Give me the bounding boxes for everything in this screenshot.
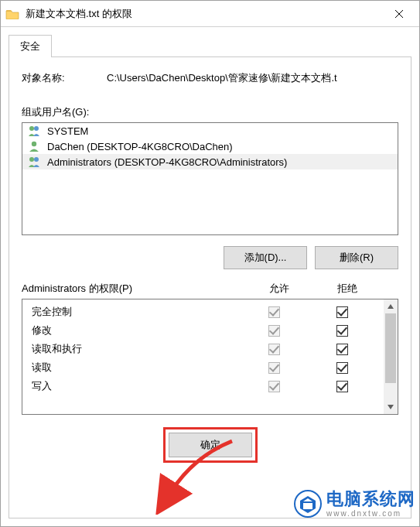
scrollbar[interactable]: [384, 299, 398, 414]
group-icon: [27, 156, 43, 168]
permissions-region: Administrators 的权限(P) 允许 拒绝 完全控制修改读取和执行读…: [22, 279, 398, 415]
list-item-label: DaChen (DESKTOP-4KG8CRO\DaChen): [47, 141, 233, 152]
permission-name: 读取: [32, 361, 240, 375]
scroll-track[interactable]: [384, 313, 398, 400]
watermark-icon: [294, 490, 322, 518]
permissions-for-label: Administrators 的权限(P): [22, 282, 245, 296]
list-item-label: SYSTEM: [47, 125, 88, 137]
col-allow: 允许: [245, 282, 313, 296]
object-label: 对象名称:: [22, 71, 107, 85]
deny-checkbox[interactable]: [336, 344, 348, 355]
ok-button[interactable]: 确定: [169, 433, 252, 457]
permission-row: 完全控制: [22, 303, 384, 321]
folder-icon: [5, 9, 19, 19]
deny-checkbox[interactable]: [336, 325, 348, 337]
watermark-en: www.dnxtw.com: [326, 510, 415, 518]
permission-row: 修改: [22, 321, 384, 340]
watermark-text: 电脑系统网 www.dnxtw.com: [326, 491, 415, 518]
ok-highlight: 确定: [163, 427, 258, 463]
permission-row: 读取: [22, 358, 384, 377]
list-item[interactable]: SYSTEM: [22, 123, 398, 139]
content-area: 安全 对象名称: C:\Users\DaChen\Desktop\管家速修\新建…: [1, 27, 419, 526]
svg-point-3: [34, 126, 39, 131]
svg-point-4: [32, 142, 36, 146]
scroll-thumb[interactable]: [385, 313, 396, 383]
allow-checkbox[interactable]: [268, 381, 280, 392]
object-path: C:\Users\DaChen\Desktop\管家速修\新建文本文档.t: [107, 71, 398, 85]
permissions-header: Administrators 的权限(P) 允许 拒绝: [22, 282, 398, 296]
titlebar: 新建文本文档.txt 的权限: [1, 1, 419, 27]
user-icon: [27, 140, 43, 152]
user-list[interactable]: SYSTEMDaChen (DESKTOP-4KG8CRO\DaChen)Adm…: [22, 122, 398, 235]
group-icon: [27, 125, 43, 137]
remove-button[interactable]: 删除(R): [315, 246, 398, 269]
allow-checkbox[interactable]: [268, 344, 280, 355]
deny-checkbox[interactable]: [336, 381, 348, 392]
add-button[interactable]: 添加(D)...: [224, 246, 307, 269]
permission-name: 完全控制: [32, 305, 240, 319]
svg-point-2: [29, 126, 34, 131]
list-item[interactable]: Administrators (DESKTOP-4KG8CRO\Administ…: [22, 154, 398, 169]
groups-label: 组或用户名(G):: [22, 105, 398, 119]
tab-sheet: 对象名称: C:\Users\DaChen\Desktop\管家速修\新建文本文…: [9, 56, 411, 518]
deny-checkbox[interactable]: [336, 362, 348, 374]
allow-checkbox[interactable]: [268, 306, 280, 318]
permission-row: 读取和执行: [22, 340, 384, 358]
close-button[interactable]: [384, 3, 415, 25]
footer: 确定: [22, 415, 398, 471]
list-item-label: Administrators (DESKTOP-4KG8CRO\Administ…: [47, 156, 287, 168]
deny-checkbox[interactable]: [336, 306, 348, 318]
permission-row: 写入: [22, 377, 384, 395]
window-title: 新建文本文档.txt 的权限: [26, 7, 384, 21]
allow-checkbox[interactable]: [268, 362, 280, 374]
permissions-dialog: 新建文本文档.txt 的权限 安全 对象名称: C:\Users\DaChen\…: [0, 0, 420, 527]
allow-checkbox[interactable]: [268, 325, 280, 337]
permission-name: 读取和执行: [32, 342, 240, 356]
tabbar: 安全: [9, 33, 411, 56]
list-item[interactable]: DaChen (DESKTOP-4KG8CRO\DaChen): [22, 139, 398, 154]
scroll-down-icon[interactable]: [384, 400, 398, 414]
tab-security[interactable]: 安全: [9, 35, 52, 57]
permission-name: 写入: [32, 379, 240, 393]
permission-name: 修改: [32, 323, 240, 337]
permissions-list: 完全控制修改读取和执行读取写入: [22, 299, 398, 415]
svg-point-5: [29, 157, 34, 162]
object-row: 对象名称: C:\Users\DaChen\Desktop\管家速修\新建文本文…: [22, 71, 398, 85]
user-buttons: 添加(D)... 删除(R): [22, 246, 398, 269]
watermark-cn: 电脑系统网: [326, 491, 415, 508]
scroll-up-icon[interactable]: [384, 299, 398, 313]
watermark: 电脑系统网 www.dnxtw.com: [294, 490, 415, 518]
svg-point-6: [34, 157, 39, 162]
col-deny: 拒绝: [313, 282, 381, 296]
